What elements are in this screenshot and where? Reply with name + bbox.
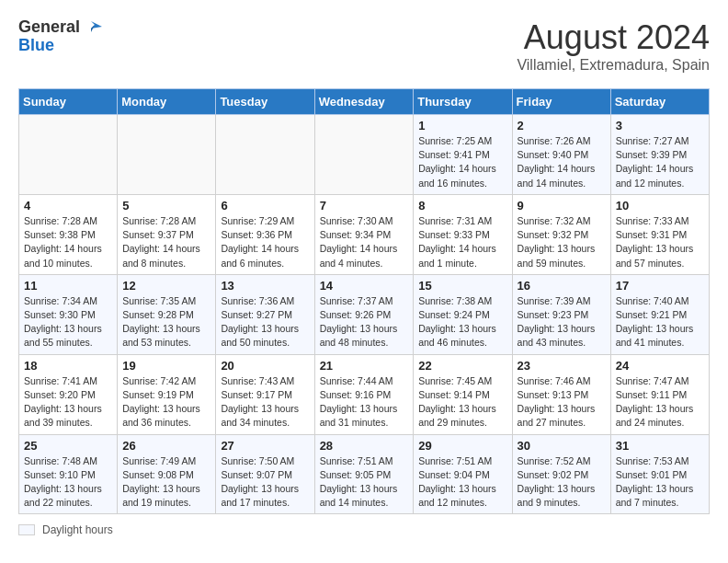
day-info: Sunrise: 7:36 AMSunset: 9:27 PMDaylight:… <box>221 294 309 350</box>
logo-text-general: General <box>18 18 80 37</box>
calendar-header-tuesday: Tuesday <box>216 89 314 115</box>
daylight-label: Daylight hours <box>42 523 113 536</box>
calendar-cell <box>216 115 314 195</box>
calendar-cell: 1Sunrise: 7:25 AMSunset: 9:41 PMDaylight… <box>414 115 512 195</box>
calendar-cell: 8Sunrise: 7:31 AMSunset: 9:33 PMDaylight… <box>414 194 512 274</box>
day-info: Sunrise: 7:28 AMSunset: 9:38 PMDaylight:… <box>24 214 112 270</box>
calendar-header-wednesday: Wednesday <box>314 89 414 115</box>
day-number: 14 <box>320 279 409 293</box>
calendar-cell: 27Sunrise: 7:50 AMSunset: 9:07 PMDayligh… <box>216 434 314 514</box>
day-number: 15 <box>418 279 506 293</box>
day-info: Sunrise: 7:32 AMSunset: 9:32 PMDaylight:… <box>518 214 606 270</box>
day-info: Sunrise: 7:53 AMSunset: 9:01 PMDaylight:… <box>616 454 704 511</box>
calendar-cell: 9Sunrise: 7:32 AMSunset: 9:32 PMDaylight… <box>512 194 610 274</box>
calendar-header-row: SundayMondayTuesdayWednesdayThursdayFrid… <box>19 89 710 115</box>
day-info: Sunrise: 7:25 AMSunset: 9:41 PMDaylight:… <box>418 134 506 190</box>
day-number: 3 <box>616 119 704 132</box>
day-number: 4 <box>24 199 112 213</box>
day-info: Sunrise: 7:43 AMSunset: 9:17 PMDaylight:… <box>221 374 309 431</box>
day-info: Sunrise: 7:28 AMSunset: 9:37 PMDaylight:… <box>122 214 210 270</box>
logo: General Blue <box>18 18 102 55</box>
day-number: 25 <box>24 439 112 453</box>
calendar-cell: 30Sunrise: 7:52 AMSunset: 9:02 PMDayligh… <box>512 434 610 514</box>
calendar-cell: 22Sunrise: 7:45 AMSunset: 9:14 PMDayligh… <box>414 354 512 434</box>
calendar-header-sunday: Sunday <box>19 89 118 115</box>
calendar-cell: 17Sunrise: 7:40 AMSunset: 9:21 PMDayligh… <box>610 274 709 354</box>
day-number: 1 <box>418 119 506 132</box>
day-info: Sunrise: 7:38 AMSunset: 9:24 PMDaylight:… <box>418 294 506 350</box>
calendar-cell: 15Sunrise: 7:38 AMSunset: 9:24 PMDayligh… <box>414 274 512 354</box>
day-number: 13 <box>221 279 309 293</box>
day-info: Sunrise: 7:50 AMSunset: 9:07 PMDaylight:… <box>221 454 309 511</box>
day-info: Sunrise: 7:33 AMSunset: 9:31 PMDaylight:… <box>616 214 704 270</box>
calendar-cell: 14Sunrise: 7:37 AMSunset: 9:26 PMDayligh… <box>314 274 414 354</box>
day-info: Sunrise: 7:49 AMSunset: 9:08 PMDaylight:… <box>122 454 210 511</box>
day-info: Sunrise: 7:47 AMSunset: 9:11 PMDaylight:… <box>616 374 704 431</box>
day-number: 26 <box>122 439 210 453</box>
calendar-cell: 2Sunrise: 7:26 AMSunset: 9:40 PMDaylight… <box>512 115 610 195</box>
day-info: Sunrise: 7:39 AMSunset: 9:23 PMDaylight:… <box>518 294 606 350</box>
header: General Blue August 2024 Villamiel, Extr… <box>18 18 710 74</box>
calendar-week-row-4: 25Sunrise: 7:48 AMSunset: 9:10 PMDayligh… <box>19 434 710 514</box>
calendar-week-row-2: 11Sunrise: 7:34 AMSunset: 9:30 PMDayligh… <box>19 274 710 354</box>
day-info: Sunrise: 7:48 AMSunset: 9:10 PMDaylight:… <box>24 454 112 511</box>
calendar-cell: 18Sunrise: 7:41 AMSunset: 9:20 PMDayligh… <box>19 354 118 434</box>
calendar-cell: 26Sunrise: 7:49 AMSunset: 9:08 PMDayligh… <box>118 434 216 514</box>
day-number: 11 <box>24 279 112 293</box>
calendar-cell: 19Sunrise: 7:42 AMSunset: 9:19 PMDayligh… <box>118 354 216 434</box>
daylight-box-icon <box>18 524 35 535</box>
day-info: Sunrise: 7:31 AMSunset: 9:33 PMDaylight:… <box>418 214 506 270</box>
calendar-cell: 21Sunrise: 7:44 AMSunset: 9:16 PMDayligh… <box>314 354 414 434</box>
calendar-cell: 11Sunrise: 7:34 AMSunset: 9:30 PMDayligh… <box>19 274 118 354</box>
calendar-cell: 16Sunrise: 7:39 AMSunset: 9:23 PMDayligh… <box>512 274 610 354</box>
day-number: 6 <box>221 199 309 213</box>
day-info: Sunrise: 7:30 AMSunset: 9:34 PMDaylight:… <box>320 214 409 270</box>
calendar-week-row-0: 1Sunrise: 7:25 AMSunset: 9:41 PMDaylight… <box>19 115 710 195</box>
day-info: Sunrise: 7:41 AMSunset: 9:20 PMDaylight:… <box>24 374 112 431</box>
day-number: 5 <box>122 199 210 213</box>
day-info: Sunrise: 7:40 AMSunset: 9:21 PMDaylight:… <box>616 294 704 350</box>
day-number: 31 <box>616 439 704 453</box>
day-info: Sunrise: 7:51 AMSunset: 9:05 PMDaylight:… <box>320 454 409 511</box>
day-info: Sunrise: 7:26 AMSunset: 9:40 PMDaylight:… <box>518 134 606 190</box>
calendar-cell: 10Sunrise: 7:33 AMSunset: 9:31 PMDayligh… <box>610 194 709 274</box>
day-info: Sunrise: 7:29 AMSunset: 9:36 PMDaylight:… <box>221 214 309 270</box>
day-info: Sunrise: 7:27 AMSunset: 9:39 PMDaylight:… <box>616 134 704 190</box>
title-area: August 2024 Villamiel, Extremadura, Spai… <box>517 18 710 74</box>
day-number: 27 <box>221 439 309 453</box>
calendar-cell: 3Sunrise: 7:27 AMSunset: 9:39 PMDaylight… <box>610 115 709 195</box>
calendar-cell: 5Sunrise: 7:28 AMSunset: 9:37 PMDaylight… <box>118 194 216 274</box>
calendar-header-friday: Friday <box>512 89 610 115</box>
calendar-header-thursday: Thursday <box>414 89 512 115</box>
day-info: Sunrise: 7:42 AMSunset: 9:19 PMDaylight:… <box>122 374 210 431</box>
calendar-cell: 29Sunrise: 7:51 AMSunset: 9:04 PMDayligh… <box>414 434 512 514</box>
day-number: 12 <box>122 279 210 293</box>
calendar-week-row-3: 18Sunrise: 7:41 AMSunset: 9:20 PMDayligh… <box>19 354 710 434</box>
day-number: 7 <box>320 199 409 213</box>
day-number: 23 <box>518 359 606 373</box>
day-number: 9 <box>518 199 606 213</box>
day-info: Sunrise: 7:52 AMSunset: 9:02 PMDaylight:… <box>518 454 606 511</box>
day-number: 24 <box>616 359 704 373</box>
logo-bird-icon <box>82 19 102 36</box>
calendar-cell: 4Sunrise: 7:28 AMSunset: 9:38 PMDaylight… <box>19 194 118 274</box>
day-info: Sunrise: 7:45 AMSunset: 9:14 PMDaylight:… <box>418 374 506 431</box>
calendar-week-row-1: 4Sunrise: 7:28 AMSunset: 9:38 PMDaylight… <box>19 194 710 274</box>
day-number: 17 <box>616 279 704 293</box>
day-number: 20 <box>221 359 309 373</box>
day-info: Sunrise: 7:44 AMSunset: 9:16 PMDaylight:… <box>320 374 409 431</box>
calendar-table: SundayMondayTuesdayWednesdayThursdayFrid… <box>18 88 710 514</box>
calendar-header-saturday: Saturday <box>610 89 709 115</box>
subtitle: Villamiel, Extremadura, Spain <box>517 57 710 74</box>
day-info: Sunrise: 7:46 AMSunset: 9:13 PMDaylight:… <box>518 374 606 431</box>
day-number: 21 <box>320 359 409 373</box>
calendar-cell: 25Sunrise: 7:48 AMSunset: 9:10 PMDayligh… <box>19 434 118 514</box>
calendar-cell: 31Sunrise: 7:53 AMSunset: 9:01 PMDayligh… <box>610 434 709 514</box>
day-number: 18 <box>24 359 112 373</box>
calendar-cell: 24Sunrise: 7:47 AMSunset: 9:11 PMDayligh… <box>610 354 709 434</box>
calendar-cell: 13Sunrise: 7:36 AMSunset: 9:27 PMDayligh… <box>216 274 314 354</box>
main-title: August 2024 <box>517 18 710 57</box>
calendar-cell: 23Sunrise: 7:46 AMSunset: 9:13 PMDayligh… <box>512 354 610 434</box>
calendar-cell: 7Sunrise: 7:30 AMSunset: 9:34 PMDaylight… <box>314 194 414 274</box>
day-number: 10 <box>616 199 704 213</box>
